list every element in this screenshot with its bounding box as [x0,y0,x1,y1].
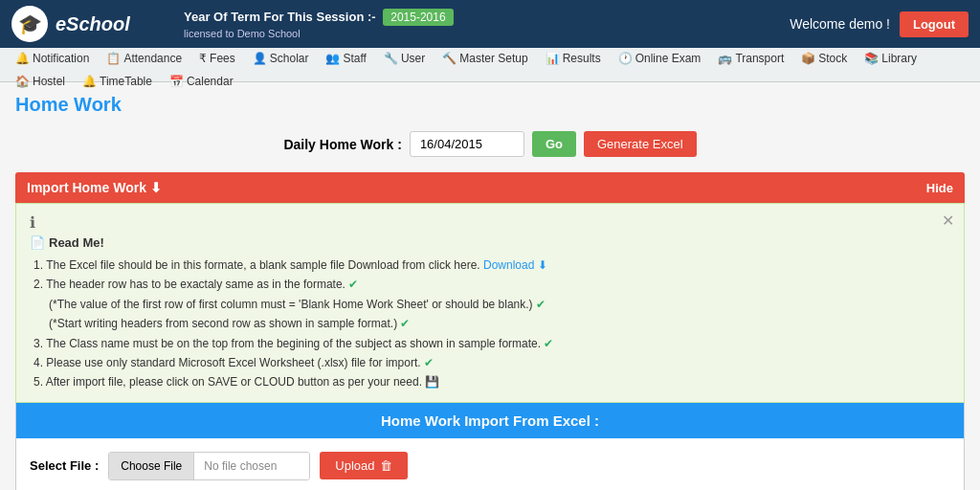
upload-button[interactable]: Upload 🗑 [320,452,408,479]
info-item-2: 2. The header row has to be exactaly sam… [30,275,950,294]
no-file-text: No file chosen [194,453,309,479]
upload-icon: 🗑 [380,458,392,473]
date-input[interactable] [410,131,524,157]
page-title: Home Work [15,94,965,116]
info-item-1: 1. The Excel file should be in this form… [30,256,950,275]
close-info-button[interactable]: ✕ [942,212,954,230]
info-item-3: 3. The Class name must be on the top fro… [30,334,950,353]
session-info: Year Of Term For This Session :- 2015-20… [165,9,790,39]
app-name: eSchool [56,13,130,35]
main-content: Home Work Daily Home Work : Go Generate … [0,82,980,490]
nav-results[interactable]: 📊 Results [538,48,609,69]
nav-master-setup-label: Master Setup [459,52,527,65]
licensed-text: licensed to Demo School [184,28,790,39]
fees-icon: ₹ [199,52,207,65]
info-list: 1. The Excel file should be in this form… [30,256,950,392]
nav-calendar-label: Calendar [187,75,234,88]
nav-fees-label: Fees [210,52,235,65]
nav-hostel-label: Hostel [33,75,65,88]
nav-bar: 🔔 Notification 📋 Attendance ₹ Fees 👤 Sch… [0,48,980,82]
info-item-4: 4. Please use only standard Microsoft Ex… [30,353,950,372]
file-input-area: Choose File No file chosen [108,452,310,480]
nav-attendance-label: Attendance [123,52,182,65]
nav-results-label: Results [563,52,601,65]
stock-icon: 📦 [801,52,815,65]
info-sub-item-1: (*The value of the first row of first co… [30,295,950,314]
session-label: Year Of Term For This Session :- [184,10,376,24]
download-link[interactable]: Download ⬇ [483,258,547,272]
nav-online-exam[interactable]: 🕐 Online Exam [611,48,709,69]
daily-hw-label: Daily Home Work : [283,137,401,152]
excel-import-panel: Home Work Import From Excel : Select Fil… [15,403,965,490]
nav-notification[interactable]: 🔔 Notification [8,48,97,69]
excel-import-body: Select File : Choose File No file chosen… [16,438,964,490]
nav-attendance[interactable]: 📋 Attendance [99,48,189,69]
go-button[interactable]: Go [532,131,576,157]
daily-hw-row: Daily Home Work : Go Generate Excel [15,131,965,157]
logo-area: 🎓 eSchool [11,6,165,42]
info-sub-item-2: (*Start writing headers from second row … [30,314,950,333]
nav-notification-label: Notification [33,52,89,65]
logo-emoji: 🎓 [18,12,42,35]
info-box: ℹ ✕ Read Me! 1. The Excel file should be… [15,203,965,403]
nav-stock-label: Stock [818,52,847,65]
nav-stock[interactable]: 📦 Stock [793,48,855,69]
user-icon: 🔧 [384,52,398,65]
welcome-text: Welcome demo ! [790,16,890,32]
nav-transport[interactable]: 🚌 Transport [710,48,791,69]
calendar-icon: 📅 [169,75,184,88]
nav-user[interactable]: 🔧 User [376,48,433,69]
nav-online-exam-label: Online Exam [635,52,702,65]
hide-button[interactable]: Hide [926,181,953,195]
read-me-title: Read Me! [30,235,950,250]
app-header: 🎓 eSchool Year Of Term For This Session … [0,0,980,48]
notification-icon: 🔔 [15,52,30,65]
session-year-badge: 2015-2016 [383,9,453,26]
library-icon: 📚 [864,52,879,65]
nav-master-setup[interactable]: 🔨 Master Setup [434,48,535,69]
attendance-icon: 📋 [106,52,121,65]
import-panel-title: Import Home Work ⬇ [27,180,162,195]
nav-user-label: User [401,52,425,65]
nav-timetable[interactable]: 🔔 TimeTable [75,71,160,92]
info-circle-icon: ℹ [30,213,950,232]
nav-scholar-label: Scholar [270,52,309,65]
master-setup-icon: 🔨 [442,52,457,65]
logo-icon: 🎓 [11,6,48,42]
choose-file-button[interactable]: Choose File [109,453,194,479]
select-file-label: Select File : [30,458,99,473]
timetable-icon: 🔔 [82,75,97,88]
nav-library[interactable]: 📚 Library [857,48,924,69]
nav-staff[interactable]: 👥 Staff [318,48,373,69]
results-icon: 📊 [546,52,560,65]
import-panel-header: Import Home Work ⬇ Hide [15,172,965,203]
nav-scholar[interactable]: 👤 Scholar [245,48,317,69]
nav-hostel[interactable]: 🏠 Hostel [8,71,73,92]
session-line: Year Of Term For This Session :- 2015-20… [184,9,790,26]
generate-excel-button[interactable]: Generate Excel [584,131,697,157]
nav-timetable-label: TimeTable [100,75,152,88]
nav-calendar[interactable]: 📅 Calendar [162,71,241,92]
nav-library-label: Library [881,52,917,65]
scholar-icon: 👤 [253,52,267,65]
online-exam-icon: 🕐 [618,52,633,65]
nav-staff-label: Staff [343,52,366,65]
welcome-area: Welcome demo ! Logout [790,11,969,37]
excel-import-header: Home Work Import From Excel : [16,403,964,438]
nav-transport-label: Transport [735,52,784,65]
nav-fees[interactable]: ₹ Fees [191,48,243,69]
logout-button[interactable]: Logout [900,11,969,37]
info-item-5: 5. After import file, please click on SA… [30,372,950,391]
upload-label: Upload [335,458,374,473]
staff-icon: 👥 [325,52,340,65]
hostel-icon: 🏠 [15,75,30,88]
transport-icon: 🚌 [718,52,732,65]
